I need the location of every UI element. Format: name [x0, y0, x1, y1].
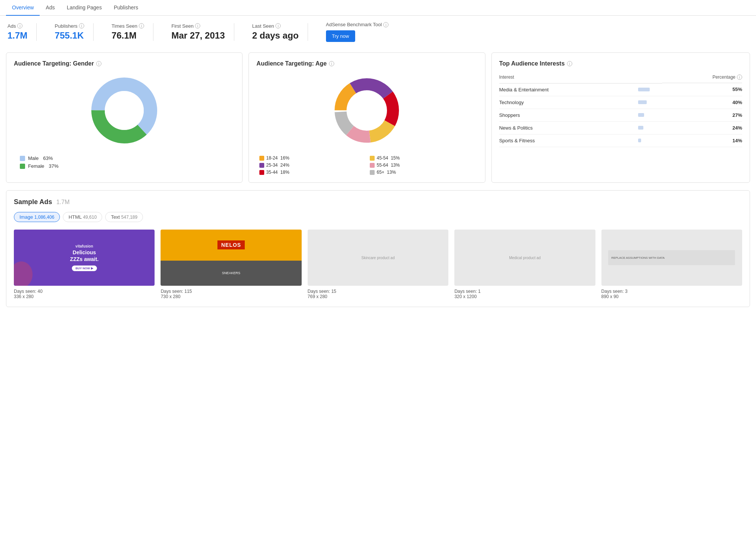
interest-row: Technology 40% [499, 96, 742, 109]
ad-type-image[interactable]: Image 1,086,406 [14, 212, 60, 222]
ad-thumb-4: Medical product ad [454, 230, 595, 286]
ad-info-5: Days seen: 3 890 x 90 [601, 289, 742, 299]
ad-info-1: Days seen: 40 336 x 280 [14, 289, 155, 299]
col-percentage: Percentage i [662, 73, 742, 83]
stat-times-seen-value: 76.1M [112, 30, 144, 41]
gender-card-title: Audience Targeting: Gender i [14, 60, 235, 67]
stat-first-seen-value: Mar 27, 2013 [171, 30, 225, 41]
ad-item-3: Skincare product ad Days seen: 15 769 x … [308, 230, 448, 299]
ad-thumb-2: NELOS SNEAKERS [161, 230, 301, 286]
interest-row: Sports & Fitness 14% [499, 134, 742, 147]
tab-landing-pages[interactable]: Landing Pages [61, 0, 107, 16]
ad-thumb-5: REPLACE ASSUMPTIONS WITH DATA [601, 230, 742, 286]
ads-grid: vitafusion DeliciousZZZs await. BUY NOW … [14, 230, 742, 299]
interest-row: News & Politics 24% [499, 121, 742, 134]
tab-ads[interactable]: Ads [40, 0, 61, 16]
ad-info-2: Days seen: 115 730 x 280 [161, 289, 301, 299]
col-interest: Interest [499, 73, 632, 83]
stats-bar: Ads i 1.7M Publishers i 755.1K Times See… [0, 16, 756, 48]
stat-adsense-label: AdSense Benchmark Tool i [326, 22, 388, 27]
svg-point-9 [347, 91, 386, 130]
stat-ads: Ads i 1.7M [7, 23, 37, 41]
ad-item-4: Medical product ad Days seen: 1 320 x 12… [454, 230, 595, 299]
ads-info-icon[interactable]: i [17, 23, 22, 28]
ad-type-html[interactable]: HTML 49,610 [63, 212, 102, 222]
stat-ads-value: 1.7M [7, 30, 27, 41]
stat-last-seen: Last Seen i 2 days ago [243, 23, 308, 41]
sample-ads-count: 1.7M [56, 199, 70, 205]
stat-publishers-label: Publishers i [55, 23, 84, 29]
gender-card: Audience Targeting: Gender i Male 63% [6, 52, 243, 183]
cards-row: Audience Targeting: Gender i Male 63% [0, 48, 756, 190]
gender-legend-female: Female 37% [20, 163, 229, 169]
svg-point-2 [105, 91, 144, 130]
age-card: Audience Targeting: Age i [249, 52, 485, 183]
gender-donut [14, 73, 235, 148]
gender-info-icon[interactable]: i [96, 61, 101, 66]
interests-card: Top Audience Interests i Interest Percen… [491, 52, 750, 183]
interests-info-icon[interactable]: i [567, 61, 572, 66]
stat-ads-label: Ads i [7, 23, 27, 29]
ad-item-2: NELOS SNEAKERS Days seen: 115 730 x 280 [161, 230, 301, 299]
stat-first-seen: First Seen i Mar 27, 2013 [162, 23, 234, 41]
ad-type-text[interactable]: Text 547,189 [105, 212, 143, 222]
sample-ads-title: Sample Ads 1.7M [14, 198, 70, 206]
col-bar [632, 73, 662, 83]
stat-times-seen-label: Times Seen i [112, 23, 144, 29]
ad-thumb-1: vitafusion DeliciousZZZs await. BUY NOW … [14, 230, 155, 286]
age-donut [256, 73, 477, 148]
stat-adsense: AdSense Benchmark Tool i Try now [317, 22, 397, 42]
gender-legend-male: Male 63% [20, 155, 229, 161]
interest-row: Media & Entertainment 55% [499, 83, 742, 96]
age-card-title: Audience Targeting: Age i [256, 60, 477, 67]
stat-last-seen-value: 2 days ago [252, 30, 299, 41]
adsense-try-button[interactable]: Try now [326, 30, 355, 42]
tabs-bar: Overview Ads Landing Pages Publishers [0, 0, 756, 16]
gender-legend: Male 63% Female 37% [14, 155, 235, 169]
ad-thumb-3: Skincare product ad [308, 230, 448, 286]
tab-overview[interactable]: Overview [6, 0, 40, 16]
ad-item-1: vitafusion DeliciousZZZs await. BUY NOW … [14, 230, 155, 299]
stat-first-seen-label: First Seen i [171, 23, 225, 29]
age-legend: 18-2416% 45-5415% 25-3424% 55-6413% 35-4… [256, 155, 477, 175]
percentage-info-icon[interactable]: i [737, 75, 742, 80]
ad-info-3: Days seen: 15 769 x 280 [308, 289, 448, 299]
publishers-info-icon[interactable]: i [79, 23, 84, 28]
ad-type-tabs: Image 1,086,406 HTML 49,610 Text 547,189 [14, 212, 742, 222]
times-seen-info-icon[interactable]: i [139, 23, 144, 28]
last-seen-info-icon[interactable]: i [275, 23, 281, 28]
stat-times-seen: Times Seen i 76.1M [103, 23, 153, 41]
first-seen-info-icon[interactable]: i [195, 23, 200, 28]
interest-row: Shoppers 27% [499, 109, 742, 121]
stat-publishers: Publishers i 755.1K [46, 23, 94, 41]
interests-card-title: Top Audience Interests i [499, 60, 742, 67]
adsense-info-icon[interactable]: i [383, 22, 388, 27]
sample-ads-header: Sample Ads 1.7M [14, 198, 742, 206]
stat-publishers-value: 755.1K [55, 30, 84, 41]
age-info-icon[interactable]: i [329, 61, 334, 66]
ad-info-4: Days seen: 1 320 x 1200 [454, 289, 595, 299]
ad-item-5: REPLACE ASSUMPTIONS WITH DATA Days seen:… [601, 230, 742, 299]
tab-publishers[interactable]: Publishers [108, 0, 144, 16]
sample-ads-section: Sample Ads 1.7M Image 1,086,406 HTML 49,… [6, 190, 750, 307]
interests-table: Interest Percentage i Media & Entertainm… [499, 73, 742, 147]
stat-last-seen-label: Last Seen i [252, 23, 299, 29]
